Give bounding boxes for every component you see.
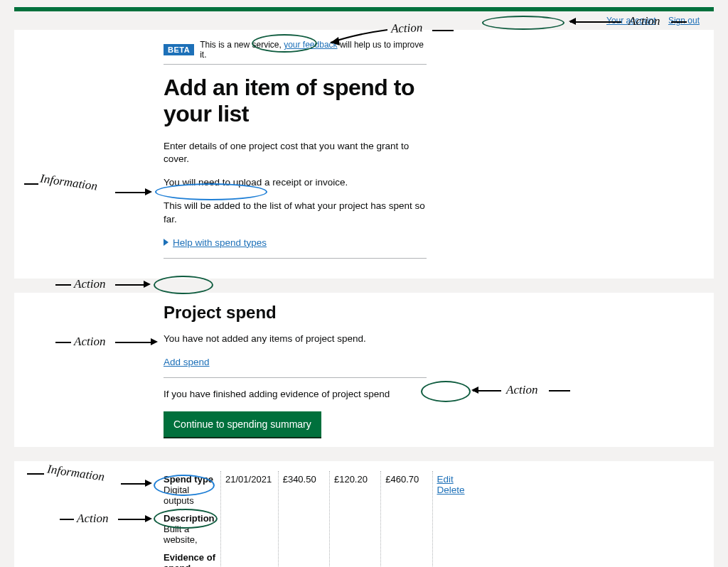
arrow-tail: [432, 30, 454, 31]
edit-link[interactable]: Edit: [437, 474, 472, 485]
arrow-head-icon: [144, 281, 151, 288]
intro-p3: This will be added to the list of what y…: [164, 200, 427, 227]
spend-table: Spend type Digital outputs Description B…: [164, 471, 476, 567]
description-label: Description: [164, 513, 216, 524]
delete-link[interactable]: Delete: [437, 485, 472, 495]
beta-badge: BETA: [164, 44, 194, 55]
arrow-head-icon: [145, 188, 152, 195]
feedback-link[interactable]: your feedback: [284, 40, 337, 50]
project-spend-heading: Project spend: [164, 303, 427, 323]
arrow-head-icon: [151, 338, 158, 345]
arrow-head-icon: [569, 18, 576, 25]
annotation-action: Action: [77, 512, 108, 526]
description-value: Built a website,: [164, 524, 216, 545]
arrow-tail: [671, 21, 687, 23]
panel-project-spend: Project spend You have not added any ite…: [14, 293, 714, 447]
spend-type-value: Digital outputs: [164, 485, 216, 506]
account-links: Your account Sign out: [0, 11, 728, 30]
separator: [164, 377, 427, 378]
table-row: Spend type Digital outputs Description B…: [164, 471, 476, 567]
empty-state-text: You have not added any items of project …: [164, 333, 427, 346]
arrow-head-icon: [145, 515, 152, 522]
help-spend-types-label: Help with spend types: [173, 237, 267, 248]
continue-button[interactable]: Continue to spending summary: [164, 411, 321, 437]
gross-cell: £460.70: [381, 471, 432, 567]
date-cell: 21/01/2021: [221, 471, 279, 567]
page-title: Add an item of spend to your list: [164, 75, 427, 127]
annotation-action: Action: [506, 383, 537, 397]
add-spend-link[interactable]: Add spend: [164, 357, 210, 367]
net-cell: £340.50: [278, 471, 329, 567]
help-spend-types[interactable]: Help with spend types: [164, 237, 267, 248]
arrow-line: [115, 192, 146, 193]
annotation-action: Action: [74, 335, 105, 349]
annotation-action: Action: [74, 277, 105, 291]
sign-out-link[interactable]: Sign out: [668, 16, 700, 26]
beta-text-pre: This is a new service,: [200, 40, 282, 50]
arrow-line: [115, 284, 145, 286]
panel-add-spend: BETA This is a new service, your feedbac…: [14, 30, 714, 279]
intro-p1: Enter details of one project cost that y…: [164, 140, 427, 167]
panel-spend-row: Spend type Digital outputs Description B…: [14, 461, 714, 567]
arrow-tail: [55, 342, 71, 343]
arrow-head-icon: [145, 480, 152, 487]
arrow-tail: [60, 519, 74, 520]
finished-text: If you have finished adding evidence of …: [164, 388, 427, 401]
annotation-action: Action: [628, 14, 660, 28]
arrow-tail: [27, 473, 44, 475]
arrow-tail: [55, 284, 71, 286]
arrow-line: [570, 21, 621, 23]
beta-banner: BETA This is a new service, your feedbac…: [164, 40, 427, 65]
arrow-line: [118, 519, 146, 520]
separator: [164, 258, 427, 259]
arrow-head-icon: [471, 387, 478, 394]
vat-cell: £120.20: [329, 471, 380, 567]
evidence-label: Evidence of spend: [164, 552, 216, 567]
arrow-line: [115, 342, 152, 343]
annotation-action: Action: [391, 21, 423, 36]
arrow-tail: [549, 390, 570, 392]
arrow-tail: [24, 183, 38, 185]
disclosure-triangle-icon: [164, 239, 168, 246]
spend-type-label: Spend type: [164, 474, 216, 485]
intro-p2: You will need to upload a receipt or inv…: [164, 176, 427, 190]
arrow-line: [121, 483, 146, 485]
